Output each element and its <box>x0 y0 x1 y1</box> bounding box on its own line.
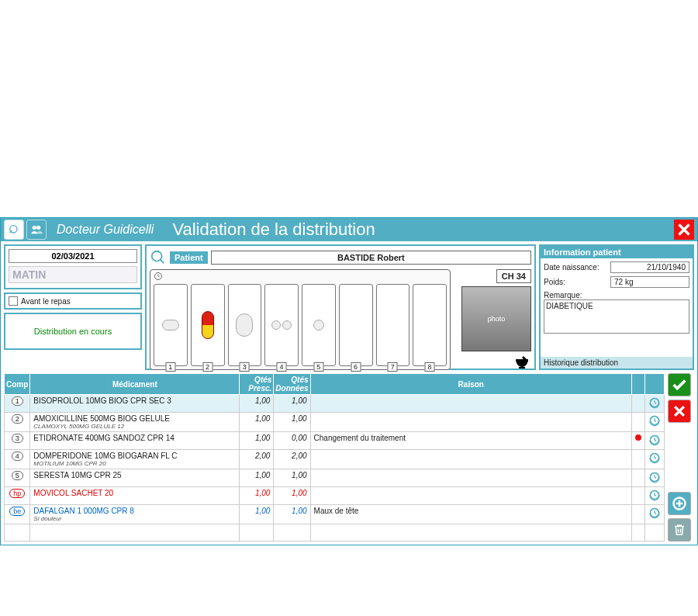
top-panels: MATIN Avant le repas Distribution en cou… <box>1 241 697 373</box>
patient-list-button[interactable] <box>26 220 47 240</box>
before-meal-label: Avant le repas <box>21 297 71 306</box>
clock-icon <box>154 272 163 282</box>
table-row[interactable]: 4DOMPERIDONE 10MG BIOGARAN FL CMOTILIUM … <box>5 450 665 469</box>
info-panel: Information patient Date naissance: 21/1… <box>539 244 694 370</box>
date-input[interactable] <box>9 249 137 263</box>
col-given: Qtés Données <box>274 374 310 395</box>
remark-label: Remarque: <box>544 291 582 299</box>
table-row[interactable]: hpMOVICOL SACHET 201,001,00 <box>5 487 665 505</box>
col-med: Médicament <box>30 374 240 395</box>
weight-label: Poids: <box>544 278 607 286</box>
svg-point-4 <box>152 251 162 261</box>
birth-label: Date naissance: <box>544 263 607 272</box>
compartment-1[interactable]: 1 <box>154 284 188 366</box>
delete-button[interactable] <box>668 518 691 542</box>
table-row[interactable]: 5SERESTA 10MG CPR 251,001,00 <box>5 469 665 487</box>
table-row[interactable]: beDAFALGAN 1 000MG CPR 8Si douleur1,001,… <box>5 505 665 524</box>
cancel-button[interactable] <box>668 400 691 423</box>
medication-table: Comp Médicament Qtés Presc. Qtés Données… <box>4 373 665 542</box>
patient-name[interactable]: BASTIDE Robert <box>211 251 531 265</box>
history-icon[interactable] <box>645 395 665 413</box>
info-title: Information patient <box>541 246 693 258</box>
search-icon[interactable] <box>150 249 167 266</box>
table-row[interactable]: 3ETIDRONATE 400MG SANDOZ CPR 141,000,00C… <box>5 432 665 450</box>
confirm-button[interactable] <box>668 373 691 396</box>
compartment-7[interactable]: 7 <box>376 284 410 366</box>
window-title: Validation de la distribution <box>172 220 375 240</box>
compartment-4[interactable]: 4 <box>264 284 299 366</box>
status-text: Distribution en cours <box>34 327 112 336</box>
close-button[interactable] <box>672 218 696 241</box>
history-icon[interactable] <box>645 450 665 469</box>
date-panel: MATIN <box>4 244 142 289</box>
col-presc: Qtés Presc. <box>240 374 274 395</box>
svg-point-2 <box>36 226 40 230</box>
mortar-icon <box>513 355 531 370</box>
compartment-6[interactable]: 6 <box>339 284 373 366</box>
compartment-8[interactable]: 8 <box>413 284 447 366</box>
home-button[interactable] <box>4 220 24 240</box>
compartment-area: 12345678 <box>150 269 451 370</box>
col-comp: Comp <box>5 374 30 395</box>
table-row <box>5 524 665 542</box>
history-icon[interactable] <box>645 413 665 432</box>
history-icon[interactable] <box>645 432 665 450</box>
history-link[interactable]: Historique distribution <box>541 357 693 369</box>
title-bar: Docteur Guidicelli Validation de la dist… <box>1 218 697 241</box>
before-meal-checkbox[interactable] <box>9 296 18 306</box>
history-icon[interactable] <box>645 487 665 505</box>
room-badge: CH 34 <box>496 269 531 283</box>
remark-field[interactable]: DIABETIQUE <box>544 299 689 334</box>
birth-value: 21/10/1940 <box>610 261 689 273</box>
patient-photo: photo <box>461 286 531 351</box>
compartment-2[interactable]: 2 <box>191 284 225 366</box>
weight-value: 72 kg <box>610 276 689 288</box>
add-button[interactable] <box>668 492 691 515</box>
status-panel: Distribution en cours <box>4 313 142 350</box>
meal-panel: Avant le repas <box>4 292 142 310</box>
svg-rect-6 <box>519 367 525 369</box>
distribution-window: Docteur Guidicelli Validation de la dist… <box>0 217 698 545</box>
table-area: Comp Médicament Qtés Presc. Qtés Données… <box>1 373 697 545</box>
compartment-3[interactable]: 3 <box>228 284 262 366</box>
doctor-name: Docteur Guidicelli <box>57 223 154 237</box>
svg-point-1 <box>33 226 36 230</box>
col-reason: Raison <box>310 374 631 395</box>
compartment-5[interactable]: 5 <box>302 284 336 366</box>
patient-label: Patient <box>170 251 208 264</box>
table-row[interactable]: 1BISOPROLOL 10MG BIOG CPR SEC 31,001,00 <box>5 395 665 413</box>
history-icon[interactable] <box>645 469 665 487</box>
history-icon[interactable] <box>645 505 665 524</box>
moment-field[interactable]: MATIN <box>9 266 137 283</box>
patient-panel: Patient BASTIDE Robert 12345678 CH 34 <box>145 244 536 370</box>
table-row[interactable]: 2AMOXICILLINE 500MG BIOG GELULECLAMOXYL … <box>5 413 665 432</box>
